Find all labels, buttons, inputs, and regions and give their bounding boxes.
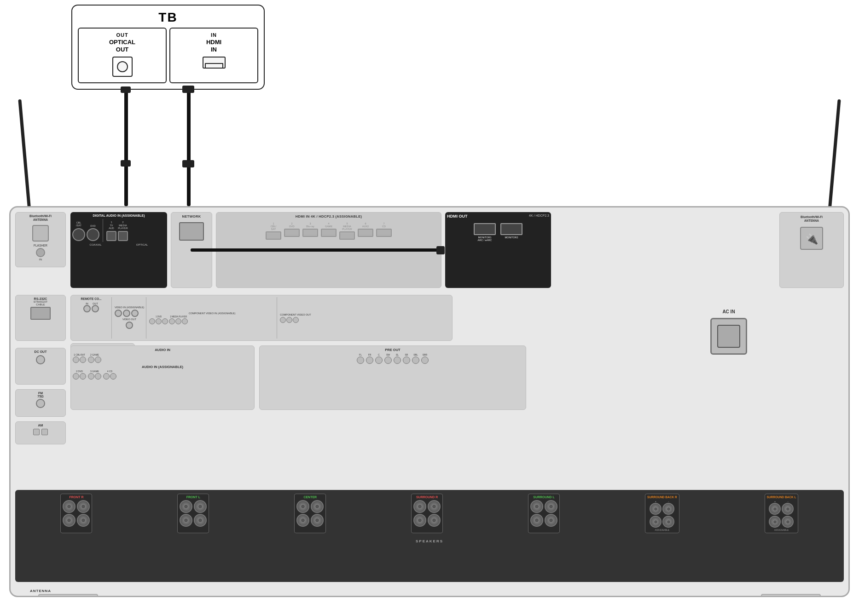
antenna-right xyxy=(827,99,841,219)
tb-box: TB OUT OPTICALOUT IN HDMIIN xyxy=(71,5,265,90)
am-terminal1 xyxy=(33,429,40,435)
tb-hdmi-in-section: IN HDMIIN xyxy=(169,28,258,83)
surround-l-section: SURROUND L xyxy=(528,494,560,533)
front-r-section: FRONT R xyxy=(60,494,92,533)
hdmi-connector-top xyxy=(182,86,194,93)
video-in-label: VIDEO IN (ASSIGNABLE) xyxy=(115,306,144,309)
surround-r-neg xyxy=(428,500,441,513)
front-r-pos xyxy=(63,500,75,513)
surround-back-r-section: SURROUND BACK R + - ASSIGNABLE xyxy=(645,494,679,533)
tb-out-label: OUT xyxy=(116,32,128,38)
tb-in-label: IN xyxy=(211,32,217,38)
front-l-section: FRONT L xyxy=(177,494,209,533)
straight-cable-label: STRAIGHTCABLE xyxy=(17,300,64,306)
sb-l-neg xyxy=(782,503,794,515)
monitor2-port xyxy=(500,223,522,235)
left-wifi-panel: Bluetooth/Wi-FiANTENNA FLASHER IN xyxy=(15,212,66,267)
front-r-label: FRONT R xyxy=(69,495,83,499)
right-wifi-label: Bluetooth/Wi-FiANTENNA xyxy=(801,215,823,223)
optical-connector-top xyxy=(121,86,131,93)
network-port xyxy=(179,222,204,241)
center-section: CENTER xyxy=(294,494,326,533)
hdmi-out-label: HDMI OUT xyxy=(447,214,468,219)
ac-in-port xyxy=(710,318,747,355)
digital-audio-title: DIGITAL AUDIO IN (ASSIGNABLE) xyxy=(72,214,165,217)
surround-l-label: SURROUND L xyxy=(533,495,555,499)
hdmi-port xyxy=(203,57,226,69)
right-wifi-panel: Bluetooth/Wi-FiANTENNA 🔌 xyxy=(779,212,844,288)
optical-connector-mid xyxy=(121,160,131,167)
dc-out-port xyxy=(36,355,45,364)
surround-r-label: SURROUND R xyxy=(416,495,438,499)
ir-port xyxy=(36,248,45,257)
avr-foot-left xyxy=(38,594,98,597)
tb-optical-out-section: OUT OPTICALOUT xyxy=(78,28,167,83)
optical-port xyxy=(112,57,133,77)
optical-port-inner xyxy=(117,61,128,72)
rs232c-section: RS-232C STRAIGHTCABLE xyxy=(15,295,66,341)
surround-l-pos xyxy=(530,500,543,513)
audio-in-label: AUDIO IN xyxy=(73,348,252,352)
front-l-label: FRONT L xyxy=(186,495,200,499)
component-video-out-label: COMPONENT VIDEO OUT xyxy=(280,313,311,316)
front-r-neg xyxy=(77,500,90,513)
audio-in-assignable-label: AUDIO IN (ASSIGNABLE) xyxy=(73,365,252,369)
pre-out-section: PRE OUT FL FR C SW SL SR xyxy=(259,345,526,410)
monitor1-port xyxy=(474,223,496,235)
surround-l-neg xyxy=(545,500,557,513)
speakers-bottom-label: SPEAKERS xyxy=(416,539,443,543)
avr-unit: Bluetooth/Wi-FiANTENNA FLASHER IN DIGITA… xyxy=(9,206,850,597)
video-in-port xyxy=(115,310,122,317)
video-in-port2 xyxy=(123,310,130,317)
speakers-section: FRONT R FRONT L xyxy=(15,490,844,582)
video-out-port xyxy=(126,322,133,329)
surround-r-section: SURROUND R xyxy=(411,494,443,533)
rs232c-port xyxy=(30,307,51,320)
center-label: CENTER xyxy=(303,495,317,499)
hdmi-out-section: HDMI OUT 4K / HDCP2.3 MONITOR1ARC / eARC… xyxy=(445,212,551,288)
front-l-neg xyxy=(194,500,207,513)
remote-in-port xyxy=(83,305,91,312)
rs232c-label: RS-232C xyxy=(17,297,64,300)
component-video-in-label: COMPONENT VIDEO IN (ASSIGNABLE) xyxy=(149,312,275,315)
sb-r-neg xyxy=(662,503,674,515)
am-section: AM xyxy=(15,421,66,444)
surround-r-pos xyxy=(413,500,426,513)
antenna-left xyxy=(18,99,32,219)
video-out-label: VIDEO OUT xyxy=(115,318,144,321)
hdmi-4k-label: 4K / HDCP2.3 xyxy=(529,214,549,219)
sb-l-pos xyxy=(769,503,781,515)
ir-in-label: IN xyxy=(39,258,42,261)
am-label: AM xyxy=(17,424,64,427)
network-title: NETWORK xyxy=(182,214,201,219)
video-in-port3 xyxy=(131,310,139,317)
ac-in-section: AC IN xyxy=(683,295,775,368)
sb-r-pos xyxy=(650,503,662,515)
wifi-port xyxy=(32,225,49,242)
dc-out-label: DC OUT xyxy=(17,350,64,353)
surround-back-r-label: SURROUND BACK R xyxy=(647,495,677,499)
center-neg xyxy=(311,500,324,513)
tb-label: TB xyxy=(78,10,258,25)
surround-back-l-section: SURROUND BACK L + - ASSIGNABLE xyxy=(765,494,799,533)
audio-in-section: AUDIO IN 1 CBL/SAT 2 GAME AUDIO IN (ASSI… xyxy=(70,345,255,410)
optical-cable xyxy=(124,90,128,206)
surround-back-l-label: SURROUND BACK L xyxy=(767,495,796,499)
digital-audio-section: DIGITAL AUDIO IN (ASSIGNABLE) CBL/SAT DV… xyxy=(70,212,167,288)
fm-port xyxy=(36,399,45,408)
hdmi-cable-vertical xyxy=(187,90,191,206)
center-pos xyxy=(296,500,309,513)
dc-out-section: DC OUT xyxy=(15,348,66,385)
remote-co-label: REMOTE CO... xyxy=(81,297,102,300)
hdmi-in-title: HDMI IN 4K / HDCP2.3 (ASSIGNABLE) xyxy=(296,214,362,219)
bluetooth-wifi-label: Bluetooth/Wi-FiANTENNA xyxy=(29,214,52,222)
tb-hdmi-in-title: HDMIIN xyxy=(206,39,221,53)
am-terminal2 xyxy=(41,429,48,435)
pre-out-label: PRE OUT xyxy=(261,348,524,352)
right-wifi-icon: 🔌 xyxy=(800,227,823,250)
fm-section: FM75Ω xyxy=(15,389,66,417)
flasher-label: FLASHER xyxy=(34,244,47,247)
avr-foot-right xyxy=(761,594,821,597)
hdmi-cable-horizontal xyxy=(191,248,439,252)
tb-optical-out-title: OPTICALOUT xyxy=(109,39,135,53)
